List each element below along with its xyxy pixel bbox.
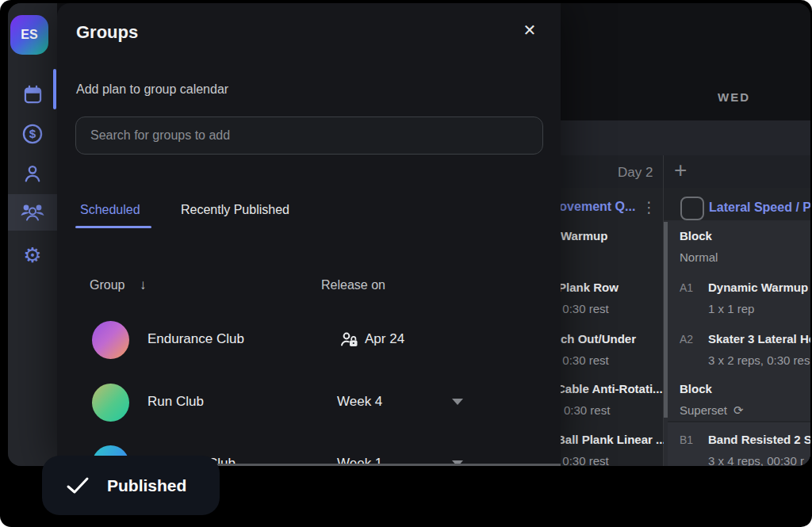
active-nav-indicator <box>53 69 56 109</box>
column-header-group[interactable]: Group <box>90 278 124 292</box>
day-label: Day 2 <box>618 165 653 181</box>
block-label: Block <box>680 382 712 395</box>
svg-text:$: $ <box>29 127 36 140</box>
exercise-detail: 0:30 rest <box>564 403 610 417</box>
workout-card-title[interactable]: Movement Q... <box>549 200 635 214</box>
superset-cycle-icon: ⟳ <box>733 403 744 417</box>
add-workout-button[interactable]: + <box>674 159 687 181</box>
member-lock-icon <box>339 330 360 349</box>
exercise-detail: , 0:30 rest <box>556 302 609 315</box>
calendar-icon <box>22 84 44 105</box>
sidebar: ES $ ⚙ <box>8 3 57 466</box>
exercise-detail: 3 x 4 reps, 00:30 r <box>708 454 804 466</box>
exercise-name: Band Resisted 2 Step <box>708 433 810 446</box>
groups-icon <box>19 200 46 224</box>
dollar-circle-icon: $ <box>21 123 44 145</box>
close-icon[interactable]: ✕ <box>519 20 540 40</box>
exercise-name: Ball Plank Linear ... <box>557 433 666 446</box>
gear-icon: ⚙ <box>23 245 41 265</box>
weekday-header: WED <box>718 90 750 104</box>
modal-title: Groups <box>76 22 138 43</box>
group-avatar <box>92 321 129 359</box>
block-label: Block <box>680 229 712 242</box>
check-icon <box>66 476 90 495</box>
exercise-name: Warmup <box>561 229 607 242</box>
published-toast: Published <box>42 456 220 515</box>
kebab-menu-icon[interactable]: ⋮ <box>642 198 657 216</box>
sidebar-item-billing[interactable]: $ <box>8 116 57 152</box>
group-name: Endurance Club <box>147 331 244 347</box>
release-week-dropdown[interactable]: Week 4 <box>337 394 382 410</box>
exercise-name: ch Out/Under <box>561 332 636 346</box>
block-type: Superset⟳ <box>680 403 744 418</box>
groups-modal: Groups ✕ Add plan to group calendar Sche… <box>57 3 561 466</box>
sidebar-item-groups[interactable] <box>8 194 57 231</box>
workout-card-title[interactable]: Lateral Speed / Plyo <box>709 200 810 215</box>
tab-recently-published[interactable]: Recently Published <box>181 203 289 217</box>
group-avatar <box>92 384 129 422</box>
exercise-detail: , 0:30 rest <box>556 454 609 466</box>
sidebar-item-calendar[interactable] <box>8 76 57 113</box>
exercise-name: Cable Anti-Rotati... <box>557 382 663 395</box>
exercise-detail: , 0:30 rest <box>556 353 609 367</box>
chevron-down-icon[interactable] <box>452 399 463 405</box>
card-grip-bar <box>664 222 668 418</box>
person-icon <box>21 162 44 185</box>
group-name: Run Club <box>147 394 204 410</box>
screenshot-canvas: WED Day 2 + Movement Q... ⋮ Warmup Plank… <box>0 0 812 527</box>
exercise-tag: A2 <box>680 333 693 346</box>
exercise-name: Dynamic Warmup <box>708 281 808 294</box>
active-tab-underline <box>75 226 151 228</box>
block-type-label: Superset <box>680 403 727 417</box>
exercise-detail: 1 x 1 rep <box>708 302 754 315</box>
modal-subtitle: Add plan to group calendar <box>76 82 228 97</box>
tab-scheduled[interactable]: Scheduled <box>80 203 140 217</box>
sort-descending-icon[interactable]: ↓ <box>140 277 147 293</box>
group-search-input[interactable] <box>75 116 543 155</box>
workout-select-checkbox[interactable] <box>680 197 704 220</box>
exercise-name: Skater 3 Lateral Hop <box>708 332 810 346</box>
sidebar-item-settings[interactable]: ⚙ <box>8 237 57 273</box>
column-header-release-on: Release on <box>321 278 385 292</box>
sidebar-item-athletes[interactable] <box>8 155 57 192</box>
user-avatar[interactable]: ES <box>10 15 48 55</box>
toast-label: Published <box>107 476 186 495</box>
app-window: WED Day 2 + Movement Q... ⋮ Warmup Plank… <box>8 3 810 466</box>
exercise-name: Plank Row <box>558 281 619 294</box>
release-date: Apr 24 <box>365 331 404 347</box>
exercise-tag: B1 <box>680 433 693 446</box>
exercise-tag: A1 <box>680 281 693 294</box>
exercise-detail: 3 x 2 reps, 0:30 res <box>708 353 810 367</box>
block-type: Normal <box>680 250 718 264</box>
